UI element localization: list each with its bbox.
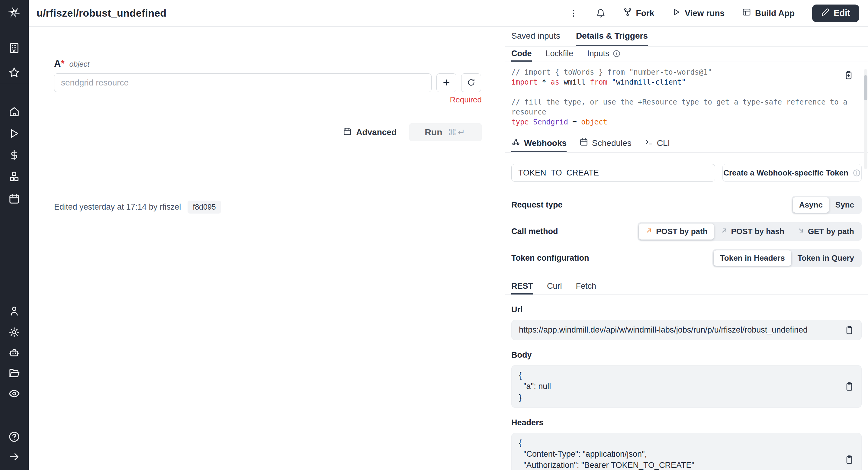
call-method-get-by-path[interactable]: GET by path [791,223,861,240]
schedules-calendar-icon[interactable] [7,191,22,206]
required-asterisk: * [61,58,64,69]
headers-label: Headers [511,418,862,428]
commit-hash-badge[interactable]: f8d095 [188,200,221,214]
expand-arrow-right-icon[interactable] [7,449,22,464]
home-icon[interactable] [7,104,22,118]
info-icon [852,169,861,177]
call-method-label: Call method [511,227,558,236]
body-label: Body [511,350,862,360]
add-resource-button[interactable] [436,73,456,92]
tab-curl[interactable]: Curl [547,279,562,294]
build-app-button[interactable]: Build App [742,7,795,19]
copy-url-icon[interactable] [844,325,854,335]
arrow-up-right-icon [720,226,728,237]
user-icon[interactable] [7,304,22,318]
topbar: u/rfiszel/robust_undefined Fork [29,0,868,27]
url-box: https://app.windmill.dev/api/w/windmill-… [511,320,862,340]
body-value: { "a": null } [519,370,551,403]
help-circle-icon[interactable] [7,430,22,444]
url-value: https://app.windmill.dev/api/w/windmill-… [519,324,808,336]
bell-icon[interactable] [596,8,606,18]
run-label: Run [425,127,442,137]
token-configuration-toggle: Token in Headers Token in Query [712,249,862,267]
headers-box: { "Content-Type": "application/json", "A… [511,433,862,470]
calendar-icon [343,127,352,138]
arrow-down-right-icon [797,226,805,237]
star-icon[interactable] [7,65,22,80]
request-type-async[interactable]: Async [793,197,829,213]
code-viewer: // import { toWords } from "number-to-wo… [505,62,868,135]
field-type-hint: object [69,60,89,69]
token-in-headers[interactable]: Token in Headers [714,250,791,266]
copy-body-icon[interactable] [844,382,854,391]
webhook-icon [511,137,520,149]
windmill-logo-icon[interactable] [7,5,22,20]
tab-details-triggers[interactable]: Details & Triggers [576,27,648,46]
token-in-query[interactable]: Token in Query [791,250,861,266]
request-type-sync[interactable]: Sync [829,197,861,213]
tab-inputs[interactable]: Inputs [587,46,621,62]
body-box: { "a": null } [511,365,862,408]
eye-icon[interactable] [7,386,22,401]
app-window: u/rfiszel/robust_undefined Fork [0,0,868,470]
call-method-post-by-path-label: POST by path [656,227,707,236]
arrow-up-right-icon [645,226,653,237]
tab-rest[interactable]: REST [511,279,533,294]
edit-label: Edit [834,8,850,18]
plus-icon [442,78,451,88]
copy-headers-icon[interactable] [844,455,854,465]
panel-scrollbar-thumb[interactable] [864,75,867,100]
tab-lockfile[interactable]: Lockfile [546,46,574,62]
workers-robot-icon[interactable] [7,346,22,360]
edited-info: Edited yesterday at 17:14 by rfiszel [54,202,181,212]
refresh-button[interactable] [461,73,481,92]
tab-webhooks-label: Webhooks [524,138,566,148]
headers-value: { "Content-Type": "application/json", "A… [519,437,694,470]
view-runs-button[interactable]: View runs [672,7,724,19]
call-method-post-by-hash-label: POST by hash [731,227,784,236]
panel-tab-bar: Saved inputs Details & Triggers [505,27,868,46]
building-icon[interactable] [7,41,22,55]
tab-fetch[interactable]: Fetch [576,279,596,294]
details-panel: Saved inputs Details & Triggers Code Loc… [505,27,868,470]
kebab-menu-icon[interactable] [569,8,578,18]
settings-gear-icon[interactable] [7,325,22,340]
call-method-post-by-path[interactable]: POST by path [639,223,714,240]
field-label: A* object [54,58,511,69]
build-app-label: Build App [755,8,795,18]
resources-boxes-icon[interactable] [7,170,22,184]
play-icon [672,7,681,19]
tab-cli-label: CLI [657,138,670,148]
fork-label: Fork [636,8,654,18]
sidebar [0,0,29,470]
token-input[interactable] [511,164,715,182]
tab-cli[interactable]: CLI [644,135,670,152]
tab-inputs-label: Inputs [587,49,610,58]
url-label: Url [511,305,862,314]
pencil-icon [821,8,830,19]
trigger-tab-bar: Webhooks Schedules CLI [505,135,868,153]
token-configuration-label: Token configuration [511,253,589,263]
tab-code[interactable]: Code [511,46,532,62]
runs-play-icon[interactable] [7,126,22,141]
run-button[interactable]: Run ⌘↵ [409,123,482,142]
advanced-button[interactable]: Advanced [343,127,397,138]
create-webhook-token-button[interactable]: Create a Webhook-specific Token [722,164,862,182]
schedule-calendar-icon [579,137,588,149]
info-icon [613,50,621,58]
fork-icon [623,7,632,19]
call-method-post-by-hash[interactable]: POST by hash [714,223,791,240]
tab-schedules-label: Schedules [592,138,631,148]
edit-button[interactable]: Edit [812,4,859,22]
refresh-icon [467,78,476,88]
variables-dollar-icon[interactable] [7,148,22,162]
tab-webhooks[interactable]: Webhooks [511,135,566,152]
resource-input[interactable] [54,73,432,92]
tab-schedules[interactable]: Schedules [579,135,631,152]
folder-open-icon[interactable] [7,366,22,380]
call-method-get-by-path-label: GET by path [808,227,854,236]
tab-saved-inputs[interactable]: Saved inputs [511,27,560,46]
run-form: A* object Required [29,27,505,470]
copy-code-icon[interactable] [844,70,854,83]
fork-button[interactable]: Fork [623,7,654,19]
